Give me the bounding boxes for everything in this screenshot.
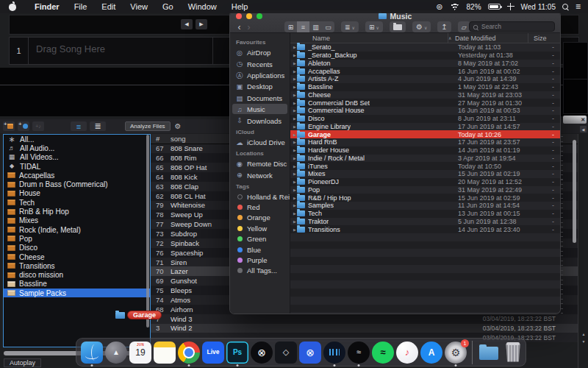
disclosure-triangle-icon[interactable] — [290, 132, 297, 137]
file-row[interactable]: R&B / Hip Hop 15 Jun 2019 at 02:59 - — [290, 194, 560, 202]
ableton-live-dock-icon[interactable]: Live — [202, 342, 224, 364]
disclosure-triangle-icon[interactable] — [290, 164, 297, 169]
spotlight-search-icon[interactable] — [562, 4, 569, 10]
analyze-files-button[interactable]: Analyze Files — [125, 121, 171, 131]
track-row[interactable]: 3 Wind 2 03/04/2019, 18:23:22 BST — [151, 324, 578, 333]
new-folder-button[interactable] — [390, 21, 406, 32]
scroll-down-arrow[interactable]: ▼ — [581, 338, 587, 345]
sidebar-item-recents[interactable]: Recents — [230, 58, 290, 69]
notes-dock-icon[interactable] — [154, 342, 176, 364]
file-row[interactable]: _Serato_ Today at 11:03 - — [290, 43, 560, 52]
column-number[interactable]: # — [151, 135, 171, 143]
mixed-in-key-dock-icon[interactable]: ≈ — [348, 342, 370, 364]
forward-button[interactable] — [244, 23, 254, 32]
scroll-up-arrow[interactable]: ▲ — [581, 330, 587, 338]
disclosure-triangle-icon[interactable] — [290, 77, 297, 81]
column-header-size[interactable]: Size — [534, 35, 547, 42]
sidebar-item-network[interactable]: Network — [230, 170, 290, 181]
menu-item[interactable]: Edit — [94, 0, 123, 13]
file-row[interactable]: PioneerDJ 20 May 2019 at 12:52 - — [290, 178, 560, 186]
crate-row[interactable]: Mixes — [4, 216, 150, 225]
file-row[interactable]: Mixes 15 Jun 2019 at 02:19 - — [290, 170, 560, 178]
calendar-dock-icon[interactable]: JUN 19 — [129, 342, 151, 364]
disclosure-triangle-icon[interactable] — [290, 93, 297, 97]
disclosure-triangle-icon[interactable] — [290, 148, 297, 152]
sidebar-item-applications[interactable]: Applications — [230, 70, 290, 81]
disclosure-triangle-icon[interactable] — [290, 219, 297, 224]
disclosure-triangle-icon[interactable] — [290, 171, 297, 176]
scroll-arrows[interactable]: ▲ ▼ — [581, 330, 587, 345]
collapse-panel-button[interactable] — [580, 126, 587, 132]
menu-item[interactable]: File — [67, 0, 95, 13]
crate-row[interactable]: Cheese — [4, 252, 150, 261]
wifi-icon[interactable] — [450, 3, 460, 10]
file-row[interactable]: Commercial House 16 Jun 2019 at 00:53 - — [290, 107, 560, 115]
file-row[interactable]: Engine Library 17 Jun 2019 at 14:57 - — [290, 123, 560, 131]
disclosure-triangle-icon[interactable] — [290, 69, 297, 74]
list-view-button[interactable] — [297, 21, 309, 32]
tag-blue[interactable]: Blue — [230, 244, 290, 255]
rekordbox-dock-icon[interactable]: ⊗ — [299, 342, 321, 364]
disclosure-triangle-icon[interactable] — [290, 101, 297, 105]
view-list-button[interactable] — [90, 121, 106, 131]
menu-item[interactable]: Help — [224, 0, 256, 13]
launchpad-dock-icon[interactable]: ▲ — [105, 342, 127, 364]
disclosure-triangle-icon[interactable] — [290, 85, 297, 89]
group-button[interactable] — [341, 21, 359, 32]
finder-window[interactable]: Music — [229, 10, 561, 314]
disclosure-triangle-icon[interactable] — [290, 227, 297, 232]
file-row[interactable]: Transitions 14 Jun 2019 at 23:40 - — [290, 225, 560, 233]
disclosure-triangle-icon[interactable] — [290, 116, 297, 121]
tag-green[interactable]: Green — [230, 233, 290, 244]
file-row[interactable]: Hard RnB 17 Jun 2019 at 23:57 - — [290, 138, 560, 146]
action-button[interactable] — [412, 21, 431, 32]
serato-dj-dock-icon[interactable] — [323, 342, 345, 364]
menu-item[interactable]: View — [123, 0, 155, 13]
crate-row[interactable]: Drum n Bass (Commerical) — [4, 180, 150, 188]
file-row[interactable]: iTunes Today at 10:50 - — [290, 162, 560, 170]
search-input[interactable] — [470, 22, 554, 31]
crate-row[interactable]: Accapellas — [4, 171, 150, 180]
right-panel-close-bar[interactable] — [563, 116, 587, 124]
sidebar-item-desktop[interactable]: Desktop — [230, 81, 290, 92]
crate-row[interactable]: Tech — [4, 198, 150, 207]
autoplay-toggle[interactable]: Autoplay — [4, 358, 41, 367]
file-row[interactable]: Traktor 5 Jun 2019 at 12:38 - — [290, 218, 560, 226]
file-row[interactable]: Pop 31 May 2019 at 22:49 - — [290, 186, 560, 194]
disclosure-triangle-icon[interactable] — [290, 124, 297, 129]
crate-row[interactable]: House — [4, 189, 150, 198]
tag-purple[interactable]: Purple — [230, 255, 290, 265]
disclosure-triangle-icon[interactable] — [290, 108, 297, 113]
add-track-button[interactable] — [32, 121, 44, 131]
play-button[interactable] — [196, 19, 207, 29]
share-button[interactable] — [437, 21, 451, 32]
app-store-dock-icon[interactable]: A — [420, 342, 442, 364]
photoshop-dock-icon[interactable]: Ps — [226, 342, 248, 364]
search-field[interactable] — [469, 21, 555, 32]
column-divider[interactable] — [528, 33, 528, 43]
crate-row[interactable]: Disco — [4, 244, 150, 252]
gallery-view-button[interactable] — [322, 21, 334, 32]
crate-row[interactable]: Pop — [4, 234, 150, 243]
file-row[interactable]: Ableton 8 May 2019 at 17:02 - — [290, 60, 560, 68]
sidebar-item-downloads[interactable]: Downloads — [230, 115, 290, 126]
tag-red[interactable]: Red — [230, 202, 290, 212]
file-row[interactable]: Commercial DnB Set 27 May 2019 at 01:30 … — [290, 99, 560, 107]
disclosure-triangle-icon[interactable] — [290, 180, 297, 184]
trash-dock-icon[interactable] — [502, 342, 524, 364]
disclosure-triangle-icon[interactable] — [290, 188, 297, 192]
sidebar-item-remote-disc[interactable]: Remote Disc — [230, 158, 290, 169]
chrome-dock-icon[interactable] — [178, 342, 200, 364]
sidebar-item-airdrop[interactable]: AirDrop — [230, 47, 290, 58]
file-row[interactable]: Artists A-Z 4 Jun 2019 at 14:39 - — [290, 75, 560, 83]
file-row[interactable]: _Serato_Backup Yesterday at 01:38 - — [290, 52, 560, 60]
add-crate-button[interactable] — [3, 121, 15, 131]
menu-item[interactable]: Window — [181, 0, 224, 13]
file-row[interactable]: Harder House 14 Jun 2019 at 01:19 - — [290, 146, 560, 155]
previous-track-button[interactable] — [181, 19, 193, 29]
crate-row[interactable]: Bassline — [4, 280, 150, 289]
crate-sample-packs[interactable]: Sample Packs — [4, 289, 150, 297]
system-preferences-dock-icon[interactable]: ⚙ 1 — [445, 342, 467, 364]
tag-orange[interactable]: Orange — [230, 213, 290, 223]
tag-yellow[interactable]: Yellow — [230, 223, 290, 233]
